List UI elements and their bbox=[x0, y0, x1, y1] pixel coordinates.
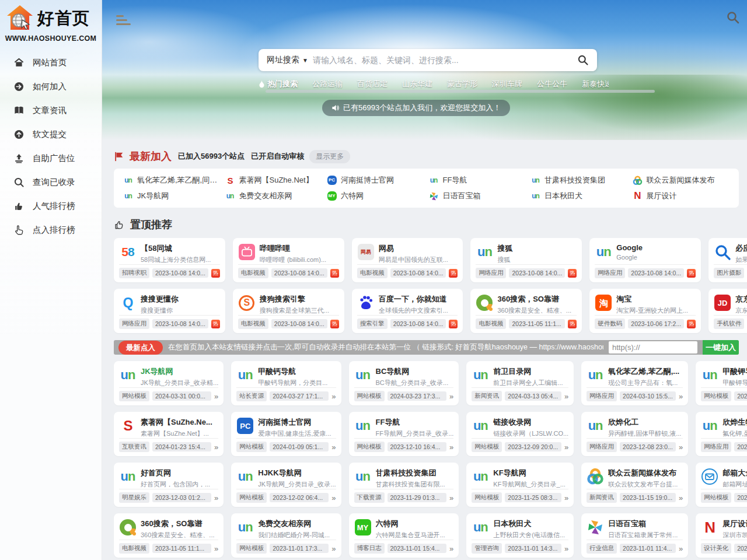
category-badge[interactable]: 网络应用 bbox=[476, 268, 506, 278]
site-card[interactable]: JD京东(JD.COM)京东JD.COM-专业的综...手机软件2023-10-… bbox=[708, 289, 747, 333]
site-card[interactable]: unKF导航网KF导航网航_分类目录_...网站模板2023-11-25 08:… bbox=[466, 463, 574, 507]
category-badge[interactable]: 网站模板 bbox=[354, 442, 385, 452]
site-card[interactable]: Q搜搜更懂你搜搜更懂你网络应用2023-10-08 14:0...热 bbox=[114, 289, 225, 333]
search-category-dropdown[interactable]: 网址搜索 ▼ bbox=[259, 55, 313, 65]
site-card[interactable]: N展厅设计深圳市凯幄展览有限公...设计美化2023-10-31 22:2...… bbox=[696, 513, 747, 558]
site-card[interactable]: un甘肃科技投资集团甘肃科技投资集团有限...下载资源2023-11-29 01… bbox=[349, 463, 459, 507]
site-card[interactable]: 360搜索，SO靠谱360搜索是安全、精准、...电影视频2023-11-05 … bbox=[470, 289, 582, 333]
sidebar-item-7[interactable]: 人气排行榜 bbox=[0, 194, 102, 218]
site-card[interactable]: unJK导航网JK导航_分类目录_收录精...网站模板2024-03-31 00… bbox=[114, 361, 224, 405]
tags-scrollbar[interactable] bbox=[266, 90, 655, 93]
site-card[interactable]: S搜狗搜索引擎搜狗搜索是全球第三代...电影视频2023-10-08 14:0.… bbox=[233, 289, 344, 333]
more-arrow-icon[interactable]: » bbox=[214, 494, 218, 502]
more-arrow-icon[interactable]: » bbox=[564, 494, 568, 502]
category-badge[interactable]: 网站模板 bbox=[354, 391, 385, 401]
sidebar-item-4[interactable]: 软文提交 bbox=[0, 123, 102, 146]
category-badge[interactable]: 新闻资讯 bbox=[472, 391, 502, 401]
hot-tag[interactable]: 新泰快速 bbox=[582, 79, 609, 89]
site-card[interactable]: unGoogleGoogle网络应用2023-10-08 14:0...热 bbox=[589, 238, 701, 282]
site-card[interactable]: un链接收录网链接收录网（LJSLW.CO...网站模板2023-12-09 2… bbox=[466, 412, 574, 456]
category-badge[interactable]: 网站模板 bbox=[236, 543, 267, 554]
category-badge[interactable]: 网络应用 bbox=[595, 268, 625, 278]
more-arrow-icon[interactable]: » bbox=[449, 544, 453, 553]
category-badge[interactable]: 手机软件 bbox=[714, 318, 744, 329]
site-card[interactable]: un欣烨生物氟化钾,蛋白胨,金属锂,碳...网络应用2023-12-03 08:… bbox=[696, 412, 747, 456]
more-arrow-icon[interactable]: » bbox=[564, 443, 568, 452]
hot-tag[interactable]: 公牛公牛 bbox=[537, 79, 567, 89]
search-input[interactable] bbox=[313, 55, 569, 65]
category-badge[interactable]: 网站模板 bbox=[236, 442, 267, 452]
search-submit-icon[interactable] bbox=[569, 54, 597, 66]
more-arrow-icon[interactable]: » bbox=[449, 443, 453, 452]
site-card[interactable]: 百度一下，你就知道全球领先的中文搜索引...搜索引擎2023-10-08 14:… bbox=[352, 289, 463, 333]
site-card[interactable]: PC河南挺博士官网爱康中国,健康生活,爱康...网站模板2024-01-09 0… bbox=[231, 412, 341, 456]
one-click-join-button[interactable]: 一键加入 bbox=[703, 340, 739, 355]
category-badge[interactable]: 网络应用 bbox=[587, 442, 617, 452]
site-card[interactable]: unBC导航网BC导航_分类目录_收录...网站模板2024-03-23 17:… bbox=[349, 361, 459, 405]
site-card[interactable]: 58【58同城58同城上海分类信息网...招聘求职2023-10-08 14:0… bbox=[114, 238, 225, 282]
category-badge[interactable]: 电影视频 bbox=[238, 318, 268, 329]
category-badge[interactable]: 网站模板 bbox=[701, 492, 731, 503]
category-badge[interactable]: 电影视频 bbox=[238, 268, 268, 278]
hot-tag[interactable]: 深圳车牌 bbox=[492, 79, 522, 89]
sidebar-item-6[interactable]: 查询已收录 bbox=[0, 170, 102, 194]
category-badge[interactable]: 搜索引擎 bbox=[357, 318, 388, 329]
latest-site-link[interactable]: 日语百宝箱 bbox=[429, 191, 526, 201]
category-badge[interactable]: 电影视频 bbox=[357, 268, 388, 278]
more-arrow-icon[interactable]: » bbox=[331, 443, 336, 452]
category-badge[interactable]: 网络应用 bbox=[701, 442, 731, 452]
more-arrow-icon[interactable]: » bbox=[449, 392, 453, 401]
latest-site-link[interactable]: 联众云新闻媒体发布 bbox=[633, 175, 730, 186]
category-badge[interactable]: 网络应用 bbox=[119, 318, 149, 329]
logo[interactable]: 好首页 bbox=[0, 0, 102, 33]
latest-site-link[interactable]: N展厅设计 bbox=[633, 191, 730, 201]
site-card[interactable]: 网易网易网易是中国领先的互联...电影视频2023-10-08 14:0...热 bbox=[352, 238, 463, 282]
latest-site-link[interactable]: un甘肃科技投资集团 bbox=[530, 175, 628, 186]
category-badge[interactable]: 博客日志 bbox=[354, 543, 385, 554]
site-card[interactable]: 邮箱大全邮箱网址导航网是为方...网站模板2023-11-15 14:1...» bbox=[696, 463, 747, 507]
site-card[interactable]: un搜狐搜狐网络应用2023-10-08 14:0...热 bbox=[470, 238, 582, 282]
category-badge[interactable]: 设计美化 bbox=[701, 543, 731, 554]
more-arrow-icon[interactable]: » bbox=[214, 544, 218, 553]
site-card[interactable]: un前卫目录网前卫目录网全人工编辑...新闻资讯2024-03-13 05:4.… bbox=[466, 361, 574, 405]
category-badge[interactable]: 网络应用 bbox=[587, 391, 617, 401]
category-badge[interactable]: 网站模板 bbox=[472, 442, 502, 452]
site-card[interactable]: un日本秋田犬上野秋田犬舍(电话微信...管理咨询2023-11-01 14:3… bbox=[466, 513, 574, 558]
more-arrow-icon[interactable]: » bbox=[564, 544, 568, 553]
site-card[interactable]: 360搜索，SO靠谱360搜索是安全、精准、...电影视频2023-11-05 … bbox=[114, 513, 224, 558]
latest-site-link[interactable]: unJK导航网 bbox=[123, 191, 221, 201]
category-badge[interactable]: 电影视频 bbox=[119, 543, 149, 554]
category-badge[interactable]: 新闻资讯 bbox=[587, 492, 617, 503]
more-arrow-icon[interactable]: » bbox=[214, 443, 218, 452]
site-card[interactable]: un甲酸钾导航甲酸钾导航网_分类目录_...网站模板2024-03-07 10:… bbox=[696, 361, 747, 405]
site-card[interactable]: 日语百宝箱日语百宝箱隶属于常州...行业信息2023-11-01 11:4...… bbox=[581, 513, 688, 558]
category-badge[interactable]: 网站模板 bbox=[472, 492, 502, 503]
site-card[interactable]: unHJKK导航网JK导航网_分类目录_收录...网站模板2023-12-02 … bbox=[231, 463, 341, 507]
sidebar-item-5[interactable]: 自助广告位 bbox=[0, 146, 102, 170]
site-card[interactable]: un欣烨化工异丙醇锂,固体甲醇钡,液...网络应用2023-12-08 23:0… bbox=[581, 412, 688, 456]
site-card[interactable]: 淘淘宝淘宝网-亚洲较大的网上...硬件数码2023-10-06 17:2...热 bbox=[589, 289, 701, 333]
category-badge[interactable]: 站长资源 bbox=[236, 391, 267, 401]
category-badge[interactable]: 互联资讯 bbox=[119, 442, 149, 452]
category-badge[interactable]: 招聘求职 bbox=[119, 268, 149, 278]
category-badge[interactable]: 行业信息 bbox=[587, 543, 617, 554]
category-badge[interactable]: 管理咨询 bbox=[472, 543, 502, 554]
latest-site-link[interactable]: un氧化苯乙烯,苯乙酮,间苯二甲... bbox=[123, 175, 221, 186]
latest-site-link[interactable]: S素著网【SuZhe.Net】 bbox=[225, 175, 323, 186]
more-arrow-icon[interactable]: » bbox=[679, 544, 683, 553]
site-card[interactable]: unFF导航FF导航网_分类目录_收录...网站模板2023-12-10 16:… bbox=[349, 412, 459, 456]
more-arrow-icon[interactable]: » bbox=[679, 392, 683, 401]
more-arrow-icon[interactable]: » bbox=[449, 494, 453, 502]
latest-site-link[interactable]: MY六特网 bbox=[327, 191, 424, 201]
sidebar-item-2[interactable]: 如何加入 bbox=[0, 75, 102, 99]
site-card[interactable]: S素著网【SuZhe.Ne...素著网【SuZhe.Net】...互联资讯202… bbox=[114, 412, 224, 456]
site-card[interactable]: un甲酸钙导航甲酸钙导航网，分类目...站长资源2024-03-27 17:1.… bbox=[231, 361, 341, 405]
show-more-button[interactable]: 显示更多 bbox=[309, 150, 350, 163]
category-badge[interactable]: 网站模板 bbox=[236, 492, 267, 503]
menu-toggle-icon[interactable] bbox=[116, 15, 131, 27]
hot-tag[interactable]: 百货店定 bbox=[357, 79, 388, 89]
category-badge[interactable]: 图片摄影 bbox=[714, 268, 744, 278]
search-icon[interactable] bbox=[726, 10, 740, 27]
site-card[interactable]: 必应如果你辨认不出来图片...图片摄影2023-10-08 14:0...热 bbox=[708, 238, 747, 282]
site-card[interactable]: un免费交友相亲网我们结婚吧婚介网-同城...网站模板2023-11-01 17… bbox=[231, 513, 341, 558]
